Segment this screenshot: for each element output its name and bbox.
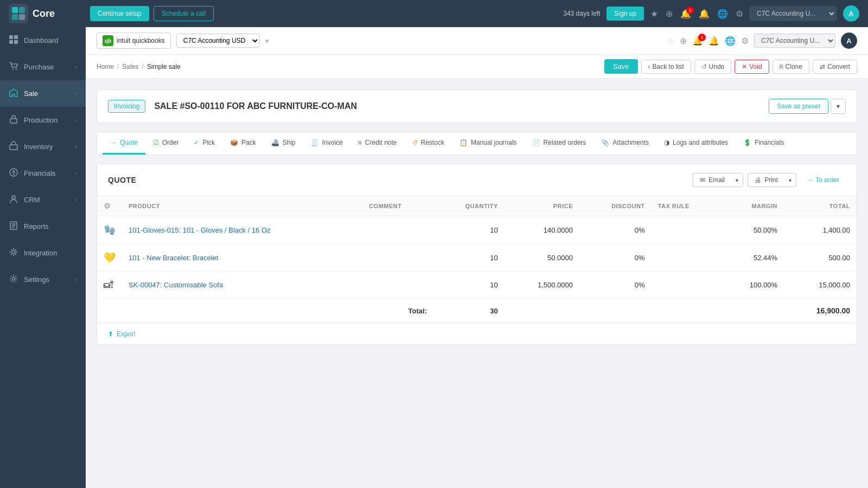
avatar[interactable]: A bbox=[843, 5, 859, 22]
location-btn-icon[interactable]: ⊕ bbox=[680, 36, 687, 46]
sub-topbar: qb intuit quickbooks C7C Accounting USD … bbox=[86, 27, 868, 55]
table-row: 🛋 SK-00047: Customisable Sofa 10 1,500.0… bbox=[97, 272, 857, 299]
product-name-cell: 101 - New Bracelet: Bracelet bbox=[122, 244, 362, 272]
email-dropdown-button[interactable]: ▾ bbox=[731, 173, 743, 187]
settings-top-icon[interactable]: ⚙ bbox=[736, 9, 743, 19]
product-link[interactable]: 101 - New Bracelet: Bracelet bbox=[129, 254, 218, 262]
quote-actions: ✉ Email ▾ 🖨 Print ▾ bbox=[693, 173, 846, 187]
sidebar-item-financials[interactable]: Financials › bbox=[0, 160, 86, 187]
col-gear-header: ⚙ bbox=[97, 196, 122, 216]
favorite-icon[interactable]: ☆ bbox=[667, 36, 674, 46]
quote-arrow-icon: → bbox=[110, 139, 117, 146]
sidebar-item-integration[interactable]: Integration bbox=[0, 240, 86, 266]
bell-btn-icon[interactable]: 🔔 bbox=[709, 36, 719, 46]
product-gloves-icon: 🧤 bbox=[104, 224, 116, 235]
undo-icon: ↺ bbox=[701, 63, 707, 70]
logs-icon: ◑ bbox=[664, 139, 669, 146]
crm-icon bbox=[9, 194, 18, 206]
clone-icon: ⎘ bbox=[780, 63, 783, 70]
main-layout: Dashboard Purchase › Sale › Production › bbox=[0, 27, 868, 488]
save-button[interactable]: Save bbox=[604, 59, 638, 74]
svg-rect-7 bbox=[14, 40, 18, 44]
continue-setup-button[interactable]: Continue setup bbox=[90, 6, 149, 21]
days-left: 343 days left bbox=[563, 10, 600, 17]
to-order-button[interactable]: → To order bbox=[801, 173, 846, 187]
tab-invoice[interactable]: 🧾 Invoice bbox=[303, 132, 350, 155]
sidebar-item-production[interactable]: Production › bbox=[0, 107, 86, 133]
breadcrumb-sales[interactable]: Sales bbox=[122, 63, 138, 70]
bell-icon[interactable]: 🔔 bbox=[699, 9, 710, 19]
account-select[interactable]: C7C Accounting U... bbox=[750, 7, 837, 21]
print-dropdown-button[interactable]: ▾ bbox=[784, 173, 796, 187]
void-button[interactable]: ✕ Void bbox=[735, 60, 769, 74]
col-price-header: PRICE bbox=[505, 196, 579, 216]
sidebar-item-inventory[interactable]: Inventory › bbox=[0, 133, 86, 160]
settings-btn-icon[interactable]: ⚙ bbox=[741, 36, 749, 46]
convert-button[interactable]: ⇄ Convert bbox=[813, 60, 857, 74]
breadcrumb-home[interactable]: Home bbox=[97, 63, 114, 70]
svg-rect-10 bbox=[10, 119, 17, 123]
invoice-header: Invoicing SALE #SO-00110 FOR ABC FURNITU… bbox=[97, 89, 857, 123]
signup-button[interactable]: Sign up bbox=[607, 7, 644, 21]
notification-btn-icon[interactable]: 🔔 1 bbox=[692, 36, 703, 46]
sidebar-item-crm[interactable]: CRM › bbox=[0, 187, 86, 213]
notification-icon[interactable]: 🔔 1 bbox=[680, 9, 691, 19]
tab-order[interactable]: ☑ Order bbox=[145, 132, 187, 155]
credit-note-icon: ≡ bbox=[358, 139, 362, 146]
comment-cell bbox=[362, 272, 433, 299]
back-to-list-button[interactable]: ‹ Back to list bbox=[641, 60, 691, 74]
schedule-call-button[interactable]: Schedule a call bbox=[154, 6, 214, 21]
svg-point-8 bbox=[12, 69, 14, 70]
void-icon: ✕ bbox=[742, 63, 747, 70]
tab-financials[interactable]: 💲 Financials bbox=[736, 132, 792, 155]
tab-pick[interactable]: ✓ Pick bbox=[186, 132, 222, 155]
tab-ship[interactable]: 🚢 Ship bbox=[264, 132, 303, 155]
tab-restock[interactable]: ↺ Restock bbox=[405, 132, 452, 155]
col-quantity-header: QUANTITY bbox=[433, 196, 505, 216]
email-button[interactable]: ✉ Email bbox=[693, 173, 731, 187]
sidebar-item-label: Production bbox=[24, 116, 70, 124]
svg-rect-4 bbox=[9, 35, 13, 39]
sidebar-item-purchase[interactable]: Purchase › bbox=[0, 54, 86, 80]
app-logo: Core bbox=[9, 4, 85, 23]
globe-icon[interactable]: 🌐 bbox=[717, 9, 728, 19]
save-as-preset-button[interactable]: Save as preset bbox=[769, 99, 828, 114]
product-link[interactable]: 101-Gloves-015: 101 - Gloves / Black / 1… bbox=[129, 226, 271, 234]
sidebar-item-sale[interactable]: Sale › bbox=[0, 80, 86, 107]
sidebar-item-dashboard[interactable]: Dashboard bbox=[0, 27, 86, 54]
price-cell: 50.0000 bbox=[505, 244, 579, 272]
export-icon: ⬆ bbox=[108, 330, 113, 338]
tab-pack[interactable]: 📦 Pack bbox=[222, 132, 264, 155]
tab-related-orders[interactable]: 📄 Related orders bbox=[525, 132, 594, 155]
tab-credit-note[interactable]: ≡ Credit note bbox=[350, 132, 405, 155]
svg-rect-1 bbox=[19, 7, 25, 13]
invoice-icon: 🧾 bbox=[311, 139, 319, 146]
comment-cell bbox=[362, 216, 433, 244]
globe-btn-icon[interactable]: 🌐 bbox=[725, 36, 736, 46]
preset-dropdown-icon[interactable]: ▾ bbox=[831, 99, 846, 114]
star-icon[interactable]: ★ bbox=[650, 9, 658, 19]
export-link[interactable]: ⬆ Export bbox=[108, 330, 136, 338]
sidebar-item-label: Purchase bbox=[24, 63, 70, 71]
print-button[interactable]: 🖨 Print bbox=[748, 173, 784, 187]
sidebar-item-reports[interactable]: Reports bbox=[0, 213, 86, 240]
tab-attachments[interactable]: 📎 Attachments bbox=[593, 132, 656, 155]
export-bar: ⬆ Export bbox=[97, 323, 857, 344]
total-label: Total: bbox=[362, 299, 433, 323]
quote-table: ⚙ PRODUCT COMMENT QUANTITY PRICE DISCOUN… bbox=[97, 196, 857, 323]
product-link[interactable]: SK-00047: Customisable Sofa bbox=[129, 281, 223, 289]
accounting-select[interactable]: C7C Accounting USD bbox=[176, 34, 260, 48]
account-select-content[interactable]: C7C Accounting U... bbox=[754, 34, 835, 48]
quote-header: QUOTE ✉ Email ▾ 🖨 Print bbox=[97, 164, 857, 196]
table-settings-icon[interactable]: ⚙ bbox=[104, 202, 111, 210]
quantity-cell: 10 bbox=[433, 216, 505, 244]
clone-button[interactable]: ⎘ Clone bbox=[773, 60, 809, 74]
undo-button[interactable]: ↺ Undo bbox=[694, 60, 732, 74]
location-icon[interactable]: ⊕ bbox=[666, 9, 673, 19]
tab-quote[interactable]: → Quote bbox=[103, 132, 145, 155]
user-avatar[interactable]: A bbox=[841, 33, 857, 49]
dropdown-arrow-icon[interactable]: ▾ bbox=[265, 37, 269, 45]
tab-logs-attributes[interactable]: ◑ Logs and attributes bbox=[656, 132, 736, 155]
sidebar-item-settings[interactable]: Settings › bbox=[0, 266, 86, 293]
tab-manual-journals[interactable]: 📋 Manual journals bbox=[452, 132, 525, 155]
